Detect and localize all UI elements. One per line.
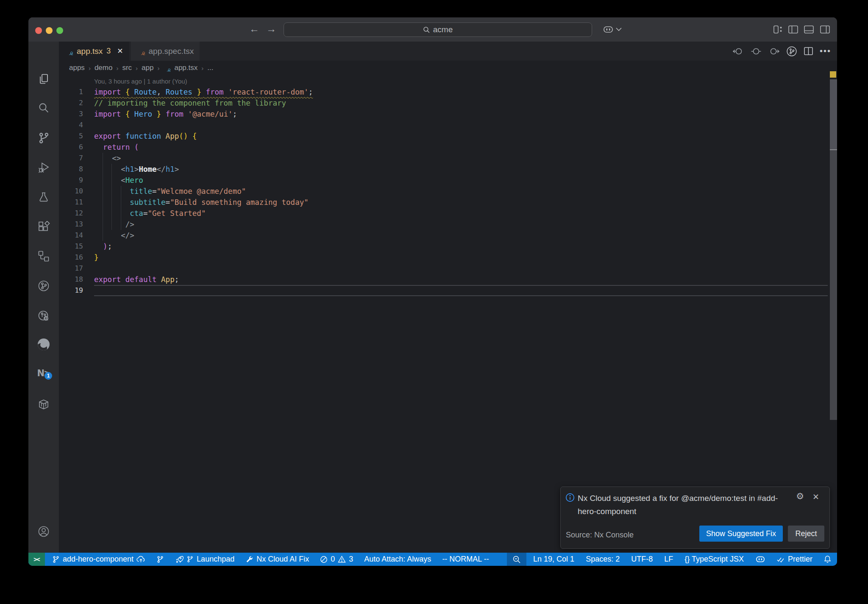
code-line-1[interactable]: 1import { Route, Routes } from 'react-ro… <box>59 87 837 98</box>
go-forward-icon[interactable] <box>768 48 779 55</box>
cloud-upload-icon <box>136 556 145 563</box>
extensions-icon[interactable] <box>37 221 50 234</box>
code-line-12[interactable]: 12 cta="Get Started" <box>59 208 837 219</box>
remote-indicator[interactable]: >< <box>28 553 45 566</box>
source-control-icon[interactable] <box>37 131 50 144</box>
line-number: 15 <box>59 241 83 252</box>
breadcrumb-item-app[interactable]: app <box>142 64 153 72</box>
nx-cloud-fix-label: Nx Cloud AI Fix <box>256 555 309 564</box>
testing-icon[interactable] <box>37 191 50 204</box>
code-line-15[interactable]: 15 ); <box>59 241 837 252</box>
command-center-search[interactable]: acme <box>284 22 592 37</box>
toggle-primary-sidebar-icon[interactable] <box>788 25 798 34</box>
gitlens-icon[interactable] <box>37 280 50 292</box>
line-number: 10 <box>59 186 83 197</box>
scrollbar-slider[interactable] <box>830 79 837 149</box>
toggle-secondary-sidebar-icon[interactable] <box>820 25 830 34</box>
code-line-10[interactable]: 10 title="Welcmoe @acme/demo" <box>59 186 837 197</box>
project-graph-icon[interactable] <box>37 250 50 263</box>
breadcrumb-item-src[interactable]: src <box>122 64 132 72</box>
breadcrumb-item-apps[interactable]: apps <box>69 64 85 72</box>
eol-sequence[interactable]: LF <box>664 555 673 564</box>
code-line-7[interactable]: 7 <> <box>59 153 837 164</box>
tab-app-spec-tsx[interactable]: app.spec.tsx <box>131 42 200 61</box>
prettier-status-item[interactable]: Prettier <box>777 555 812 564</box>
notification-gear-icon[interactable]: ⚙ <box>796 491 804 501</box>
code-line-17[interactable]: 17 <box>59 263 837 274</box>
minimize-window-button[interactable] <box>46 27 53 34</box>
code-text: /> <box>94 219 837 230</box>
search-view-icon[interactable] <box>37 102 50 115</box>
code-line-16[interactable]: 16} <box>59 252 837 263</box>
code-line-6[interactable]: 6 return ( <box>59 142 837 153</box>
line-number: 16 <box>59 252 83 263</box>
zoom-out-icon <box>512 555 521 564</box>
more-actions-icon[interactable]: ••• <box>820 46 831 56</box>
bell-icon[interactable] <box>824 555 831 563</box>
accounts-icon[interactable] <box>37 525 50 538</box>
launchpad-label: Launchpad <box>197 555 234 564</box>
zoom-window-button[interactable] <box>56 27 63 34</box>
line-number: 18 <box>59 274 83 285</box>
breadcrumb-separator: › <box>89 64 91 72</box>
git-graph-status-item[interactable] <box>156 556 164 563</box>
forward-arrow-icon[interactable]: → <box>265 23 278 35</box>
close-tab-icon[interactable]: ✕ <box>117 47 123 56</box>
zoom-out-button[interactable] <box>507 553 526 566</box>
back-arrow-icon[interactable]: ← <box>248 23 261 35</box>
run-debug-icon[interactable] <box>37 161 50 174</box>
code-text: } <box>94 252 837 263</box>
encoding[interactable]: UTF-8 <box>631 555 653 564</box>
code-editor[interactable]: You, 3 hours ago | 1 author (You) 1impor… <box>59 75 837 553</box>
notification-close-icon[interactable]: ✕ <box>812 492 819 502</box>
code-line-2[interactable]: 2// importing the component from the lib… <box>59 98 837 109</box>
cursor-position[interactable]: Ln 19, Col 1 <box>533 555 574 564</box>
branch-status-item[interactable]: add-hero-component <box>52 555 145 564</box>
language-mode[interactable]: {} TypeScript JSX <box>684 555 744 564</box>
status-bar: >< add-hero-component Launchpad Nx Cloud… <box>28 553 837 566</box>
nx-cloud-fix-status-item[interactable]: Nx Cloud AI Fix <box>245 555 309 564</box>
warning-count: 3 <box>349 555 353 564</box>
containers-icon[interactable] <box>37 398 50 411</box>
code-line-4[interactable]: 4 <box>59 120 837 131</box>
edge-browser-icon[interactable] <box>37 338 50 351</box>
scrollbar-slider-lower[interactable] <box>830 150 837 420</box>
tab-app-tsx[interactable]: app.tsx 3 ✕ <box>59 42 129 61</box>
code-line-11[interactable]: 11 subtitle="Build something amazing tod… <box>59 197 837 208</box>
code-line-19[interactable]: 19 <box>59 285 837 296</box>
toggle-panel-icon[interactable] <box>804 25 814 34</box>
reject-button[interactable]: Reject <box>788 526 824 542</box>
code-line-14[interactable]: 14 </> <box>59 230 837 241</box>
error-count: 0 <box>331 555 335 564</box>
commit-graph-icon[interactable] <box>37 310 50 322</box>
auto-attach-status-item[interactable]: Auto Attach: Always <box>364 555 431 564</box>
chevron-down-icon[interactable] <box>616 28 622 31</box>
launchpad-status-item[interactable]: Launchpad <box>175 555 234 564</box>
breadcrumb-item-more[interactable]: ... <box>207 64 213 72</box>
copilot-icon[interactable] <box>603 25 614 34</box>
breadcrumb-item-demo[interactable]: demo <box>95 64 113 72</box>
show-suggested-fix-button[interactable]: Show Suggested Fix <box>699 526 783 542</box>
vim-mode-status-item[interactable]: -- NORMAL -- <box>442 555 489 564</box>
customize-layout-icon[interactable] <box>773 25 783 34</box>
code-line-8[interactable]: 8 <h1>Home</h1> <box>59 164 837 175</box>
line-number: 6 <box>59 142 83 153</box>
explorer-icon[interactable] <box>37 73 50 86</box>
code-line-5[interactable]: 5export function App() { <box>59 131 837 142</box>
activity-bar: N> 1 ⚙ <box>28 42 59 553</box>
code-line-3[interactable]: 3import { Hero } from '@acme/ui'; <box>59 109 837 120</box>
warning-icon <box>338 556 346 563</box>
gitlens-graph-icon[interactable] <box>786 46 797 57</box>
indentation[interactable]: Spaces: 2 <box>586 555 620 564</box>
copilot-status-icon[interactable] <box>755 555 765 564</box>
code-line-9[interactable]: 9 <Hero <box>59 175 837 186</box>
problems-status-item[interactable]: 0 3 <box>320 555 353 564</box>
split-editor-icon[interactable] <box>804 47 813 55</box>
breadcrumb-item-file[interactable]: app.tsx <box>174 64 198 72</box>
go-back-icon[interactable] <box>733 48 744 55</box>
code-line-18[interactable]: 18export default App; <box>59 274 837 285</box>
current-change-icon[interactable] <box>751 48 761 55</box>
code-line-13[interactable]: 13 /> <box>59 219 837 230</box>
close-window-button[interactable] <box>35 27 42 34</box>
code-text: title="Welcmoe @acme/demo" <box>94 186 837 197</box>
